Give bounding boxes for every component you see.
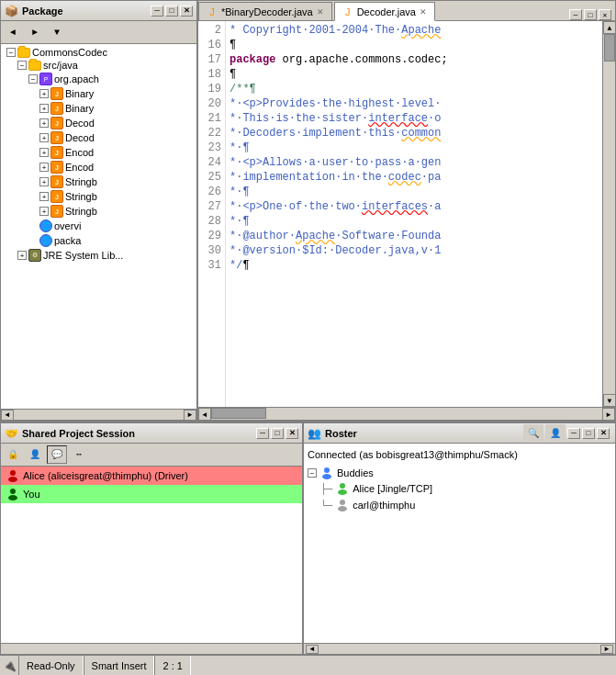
session-chat-btn[interactable]: 💬: [47, 445, 67, 464]
expand-string1[interactable]: +: [39, 177, 49, 186]
expand-string3[interactable]: +: [39, 207, 49, 216]
expand-src[interactable]: −: [17, 61, 27, 70]
hscroll-left-btn[interactable]: ◄: [198, 408, 211, 421]
hscroll-thumb[interactable]: [211, 408, 266, 419]
hscroll-track[interactable]: [211, 408, 602, 420]
tab-icon-binary: J: [207, 6, 218, 17]
package-back-btn[interactable]: ◄: [3, 23, 23, 41]
tab-close-decoder[interactable]: ✕: [420, 7, 427, 17]
roster-maximize-btn[interactable]: □: [582, 428, 595, 439]
top-section: 📦 Package ─ □ ✕ ◄ ► ▼ − CommonsCodec: [0, 0, 616, 421]
session-list[interactable]: Alice (aliceisgreat@thimphu) (Driver) Yo…: [1, 467, 302, 643]
roster-scroll-right[interactable]: ►: [600, 645, 613, 654]
roster-scrollbar-h[interactable]: ◄ ►: [304, 643, 615, 654]
code-line-30: *·@version·$Id:·Decoder.java,v·1: [230, 243, 599, 258]
expand-encod2[interactable]: +: [39, 163, 49, 172]
expand-buddies[interactable]: −: [308, 468, 317, 478]
hscroll-right-btn[interactable]: ►: [602, 408, 615, 421]
line-numbers: 2 16 17 18 19 20 21 22 23 24 25 26 27 28…: [198, 21, 226, 407]
tab-binary-decoder[interactable]: J *BinaryDecoder.java ✕: [198, 2, 332, 20]
package-title-text: Package: [22, 6, 147, 17]
tree-item-string2[interactable]: + J Stringb: [3, 189, 195, 204]
code-line-24: *·<p>Allows·a·user·to·pass·a·gen: [230, 155, 599, 170]
editor-main: 2 16 17 18 19 20 21 22 23 24 25 26 27 28…: [198, 21, 615, 407]
package-minimize-btn[interactable]: ─: [151, 6, 163, 17]
expand-commons[interactable]: −: [6, 48, 16, 57]
roster-search-btn[interactable]: 🔍: [523, 424, 543, 443]
status-bar-icon: 🔌: [0, 656, 18, 676]
session-more-btn[interactable]: ⋯: [69, 445, 89, 464]
tree-item-decodd1[interactable]: + J Decod: [3, 116, 195, 130]
session-scrollbar[interactable]: [1, 643, 302, 654]
tree-label-decodd1: Decod: [65, 118, 95, 129]
tree-item-string3[interactable]: + J Stringb: [3, 204, 195, 219]
roster-add-btn[interactable]: 👤: [545, 424, 566, 443]
session-close-btn[interactable]: ✕: [286, 428, 298, 439]
expand-jre[interactable]: +: [17, 251, 27, 260]
tree-item-encod2[interactable]: + J Encod: [3, 160, 195, 174]
package-maximize-btn[interactable]: □: [165, 6, 178, 17]
package-tree[interactable]: − CommonsCodec − src/java − P org.apach …: [1, 44, 196, 409]
editor-minimize-btn[interactable]: ─: [569, 9, 582, 20]
tab-icon-decoder: J: [342, 6, 353, 17]
package-titlebar: 📦 Package ─ □ ✕: [1, 1, 196, 21]
roster-group-buddies[interactable]: − Buddies: [308, 466, 611, 480]
expand-org[interactable]: −: [28, 74, 38, 84]
tab-close-binary[interactable]: ✕: [317, 7, 324, 17]
tree-item-overvi[interactable]: 🌐 overvi: [3, 219, 195, 233]
bottom-section: 🤝 Shared Project Session ─ □ ✕ 🔒 👤 💬 ⋯: [0, 421, 616, 655]
package-forward-btn[interactable]: ►: [25, 23, 45, 41]
person-icon-alice: [6, 469, 19, 482]
jre-icon: ⚙: [28, 249, 41, 262]
tab-decoder-java[interactable]: J Decoder.java ✕: [334, 2, 435, 21]
scrollbar-right-btn[interactable]: ►: [184, 410, 196, 421]
expand-decodd2[interactable]: +: [39, 133, 49, 142]
session-maximize-btn[interactable]: □: [271, 428, 284, 439]
roster-minimize-btn[interactable]: ─: [567, 428, 580, 439]
tree-item-src[interactable]: − src/java: [3, 59, 195, 72]
package-scrollbar-h[interactable]: ◄ ►: [1, 409, 196, 420]
vscroll-up-btn[interactable]: ▲: [603, 21, 615, 34]
roster-close-btn[interactable]: ✕: [597, 428, 610, 439]
session-item-you[interactable]: You: [1, 485, 302, 503]
tree-label-binary1: Binary: [65, 88, 94, 99]
editor-maximize-btn[interactable]: □: [584, 9, 597, 20]
expand-binary2[interactable]: +: [39, 104, 49, 113]
tree-item-string1[interactable]: + J Stringb: [3, 174, 195, 189]
roster-user-carl[interactable]: └─ carl@thimphu: [308, 497, 611, 513]
code-line-23: *·¶: [230, 141, 599, 155]
session-lock-btn[interactable]: 🔒: [3, 445, 23, 464]
vscroll-track[interactable]: [603, 34, 615, 394]
scrollbar-left-btn[interactable]: ◄: [1, 410, 14, 421]
tree-item-commons[interactable]: − CommonsCodec: [3, 46, 195, 59]
code-area[interactable]: * Copyright·2001-2004·The·Apache ¶ packa…: [226, 21, 602, 407]
tree-item-org[interactable]: − P org.apach: [3, 72, 195, 86]
editor-section: J *BinaryDecoder.java ✕ J Decoder.java ✕…: [197, 0, 616, 421]
tree-item-binary2[interactable]: + J Binary: [3, 101, 195, 116]
expand-binary1[interactable]: +: [39, 89, 49, 98]
tree-item-binary1[interactable]: + J Binary: [3, 86, 195, 101]
vscroll-down-btn[interactable]: ▼: [603, 394, 615, 407]
expand-encod1[interactable]: +: [39, 148, 49, 157]
package-down-btn[interactable]: ▼: [47, 23, 67, 41]
session-minimize-btn[interactable]: ─: [256, 428, 269, 439]
vscroll-thumb[interactable]: [604, 34, 615, 62]
session-item-alice[interactable]: Alice (aliceisgreat@thimphu) (Driver): [1, 467, 302, 485]
expand-decodd1[interactable]: +: [39, 118, 49, 128]
roster-panel: 👥 Roster 🔍 👤 ─ □ ✕ Connected (as bobisgr…: [303, 422, 616, 655]
expand-string2[interactable]: +: [39, 192, 49, 201]
roster-scroll-left[interactable]: ◄: [306, 645, 319, 654]
session-win-controls: ─ □ ✕: [256, 428, 298, 439]
package-close-btn[interactable]: ✕: [180, 6, 193, 17]
buddy-icon-carl: [336, 499, 349, 512]
tree-item-encod1[interactable]: + J Encod: [3, 145, 195, 160]
tree-item-jre[interactable]: + ⚙ JRE System Lib...: [3, 248, 195, 263]
editor-hscroll[interactable]: ◄ ►: [198, 407, 615, 420]
tree-item-decodd2[interactable]: + J Decod: [3, 130, 195, 145]
editor-close-btn[interactable]: ✕: [599, 9, 611, 20]
session-user-btn[interactable]: 👤: [25, 445, 45, 464]
editor-vscroll[interactable]: ▲ ▼: [602, 21, 615, 407]
svg-point-6: [340, 483, 345, 489]
roster-user-alice[interactable]: ├─ Alice [Jingle/TCP]: [308, 480, 611, 497]
tree-item-packa[interactable]: 🌐 packa: [3, 233, 195, 248]
